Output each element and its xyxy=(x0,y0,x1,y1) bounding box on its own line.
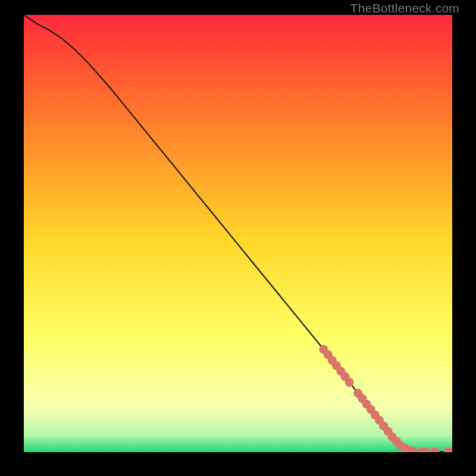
gradient-bg xyxy=(24,15,452,452)
watermark-text: TheBottleneck.com xyxy=(350,1,459,15)
plot-area xyxy=(24,15,452,452)
chart-stage: TheBottleneck.com xyxy=(0,0,476,476)
chart-svg xyxy=(24,15,452,452)
data-marker xyxy=(345,378,354,387)
